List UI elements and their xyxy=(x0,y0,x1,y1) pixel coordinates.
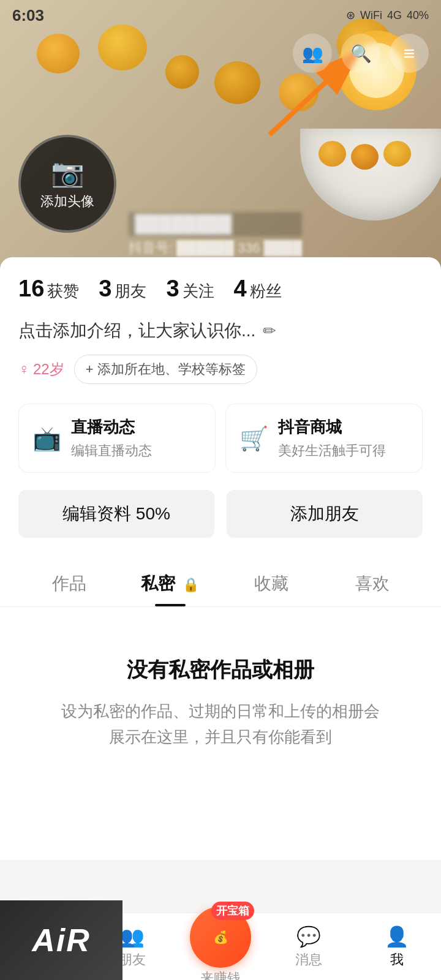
earn-button[interactable]: 开宝箱 💰 xyxy=(190,907,251,968)
gender-icon: ♀ xyxy=(18,361,29,378)
header-actions: 👥 🔍 ≡ xyxy=(293,34,429,73)
friends-label: 朋友 xyxy=(115,281,146,302)
air-text: AiR xyxy=(32,922,91,959)
bluetooth-icon: ⊛ xyxy=(346,9,355,22)
live-feature-card[interactable]: 📺 直播动态 编辑直播动态 xyxy=(18,404,216,473)
fruit-decoration-3 xyxy=(165,55,199,89)
bowl-fruit-1 xyxy=(318,141,346,167)
friends-nav-label: 朋友 xyxy=(119,951,146,969)
live-subtitle: 编辑直播动态 xyxy=(71,442,152,460)
messages-label: 消息 xyxy=(295,951,322,969)
header-banner: 👥 🔍 ≡ 📷 添加头像 ████████ 抖音号: ██████ 336 ██… xyxy=(0,0,441,270)
stats-row: 16 获赞 3 朋友 3 关注 4 粉丝 xyxy=(18,276,423,302)
lock-icon: 🔒 xyxy=(183,577,199,592)
network-icon: 4G xyxy=(387,9,402,22)
age-text: 22岁 xyxy=(33,360,64,379)
add-avatar-label: 添加头像 xyxy=(40,192,94,211)
live-icon: 📺 xyxy=(32,425,61,452)
menu-header-icon: ≡ xyxy=(404,42,415,65)
gender-age-tag: ♀ 22岁 xyxy=(18,360,64,379)
live-info: 直播动态 编辑直播动态 xyxy=(71,417,152,460)
avatar-container[interactable]: 📷 添加头像 xyxy=(18,135,116,233)
empty-state: 没有私密作品或相册 设为私密的作品、过期的日常和上传的相册会展示在这里，并且只有… xyxy=(18,607,423,786)
nav-earn[interactable]: 开宝箱 💰 来赚钱 xyxy=(176,907,265,981)
live-title: 直播动态 xyxy=(71,417,152,438)
shop-subtitle: 美好生活触手可得 xyxy=(278,442,386,460)
earn-text: 💰 xyxy=(213,930,228,944)
tab-likes[interactable]: 喜欢 xyxy=(322,560,423,606)
messages-icon: 💬 xyxy=(296,925,321,948)
shop-feature-card[interactable]: 🛒 抖音商城 美好生活触手可得 xyxy=(225,404,423,473)
avatar-circle[interactable]: 📷 添加头像 xyxy=(18,135,116,233)
tab-private-label: 私密 xyxy=(141,574,175,593)
camera-icon: 📷 xyxy=(51,157,85,189)
fruit-decoration-6 xyxy=(214,61,260,104)
bio-row[interactable]: 点击添加介绍，让大家认识你... ✏ xyxy=(18,319,423,342)
bio-text: 点击添加介绍，让大家认识你... xyxy=(18,319,255,342)
friends-count: 3 xyxy=(99,276,111,302)
add-tags-label: + 添加所在地、学校等标签 xyxy=(86,360,246,379)
fruit-decoration-1 xyxy=(37,34,80,74)
action-buttons: 编辑资料 50% 添加朋友 xyxy=(18,490,423,538)
add-friends-button[interactable]: 添加朋友 xyxy=(227,490,423,538)
add-friends-header-icon: 👥 xyxy=(302,43,323,64)
profile-icon: 👤 xyxy=(385,925,409,948)
earn-label: 来赚钱 xyxy=(200,969,241,981)
fruit-decoration-2 xyxy=(98,24,147,70)
friends-icon: 👥 xyxy=(120,925,145,948)
wifi-icon: WiFi xyxy=(360,9,382,22)
bowl-fruits xyxy=(318,141,429,170)
bottom-spacer xyxy=(18,786,423,860)
following-count: 3 xyxy=(166,276,179,302)
edit-profile-button[interactable]: 编辑资料 50% xyxy=(18,490,214,538)
bowl-fruit-3 xyxy=(383,141,411,167)
battery-icon: 40% xyxy=(407,9,429,22)
add-friends-header-button[interactable]: 👥 xyxy=(293,34,332,73)
friends-stat[interactable]: 3 朋友 xyxy=(99,276,146,302)
following-stat[interactable]: 3 关注 xyxy=(166,276,214,302)
status-bar: 6:03 ⊛ WiFi 4G 40% xyxy=(0,0,441,31)
fans-label: 粉丝 xyxy=(250,281,282,302)
air-watermark: AiR xyxy=(0,900,123,980)
tab-favorites-label: 收藏 xyxy=(254,574,288,593)
tab-works-label: 作品 xyxy=(52,574,86,593)
shop-icon: 🛒 xyxy=(239,425,268,452)
username-area: ████████ 抖音号: ██████ 336 ████ xyxy=(129,212,302,257)
main-content: 16 获赞 3 朋友 3 关注 4 粉丝 点击添加介绍，让大家认识你... ✏ … xyxy=(0,257,441,860)
likes-stat[interactable]: 16 获赞 xyxy=(18,276,79,302)
status-icons: ⊛ WiFi 4G 40% xyxy=(346,9,429,22)
bio-edit-icon[interactable]: ✏ xyxy=(263,322,276,341)
add-tags-button[interactable]: + 添加所在地、学校等标签 xyxy=(74,355,257,384)
fans-stat[interactable]: 4 粉丝 xyxy=(234,276,282,302)
profile-nav-label: 我 xyxy=(390,951,404,969)
userid-text: 抖音号: ██████ 336 ████ xyxy=(129,239,302,257)
likes-count: 16 xyxy=(18,276,44,302)
tab-favorites[interactable]: 收藏 xyxy=(221,560,322,606)
bowl-fruit-2 xyxy=(351,144,379,170)
empty-description: 设为私密的作品、过期的日常和上传的相册会展示在这里，并且只有你能看到 xyxy=(55,699,386,750)
empty-title: 没有私密作品或相册 xyxy=(55,656,386,684)
tags-row: ♀ 22岁 + 添加所在地、学校等标签 xyxy=(18,355,423,384)
shop-info: 抖音商城 美好生活触手可得 xyxy=(278,417,386,460)
nav-profile[interactable]: 👤 我 xyxy=(353,925,441,969)
nav-messages[interactable]: 💬 消息 xyxy=(265,925,353,969)
username-text: ████████ xyxy=(129,212,302,236)
feature-cards: 📺 直播动态 编辑直播动态 🛒 抖音商城 美好生活触手可得 xyxy=(18,404,423,473)
shop-title: 抖音商城 xyxy=(278,417,386,438)
likes-label: 获赞 xyxy=(47,281,79,302)
tabs-row: 作品 私密 🔒 收藏 喜欢 xyxy=(0,560,441,607)
bowl-container xyxy=(294,98,441,221)
search-header-button[interactable]: 🔍 xyxy=(341,34,380,73)
menu-header-button[interactable]: ≡ xyxy=(390,34,429,73)
following-label: 关注 xyxy=(183,281,214,302)
fans-count: 4 xyxy=(234,276,247,302)
bowl xyxy=(300,129,441,221)
status-time: 6:03 xyxy=(12,6,44,25)
search-header-icon: 🔍 xyxy=(350,43,372,64)
tab-likes-label: 喜欢 xyxy=(355,574,390,593)
tab-works[interactable]: 作品 xyxy=(18,560,119,606)
tab-private[interactable]: 私密 🔒 xyxy=(119,560,221,606)
earn-badge: 开宝箱 xyxy=(211,902,254,920)
